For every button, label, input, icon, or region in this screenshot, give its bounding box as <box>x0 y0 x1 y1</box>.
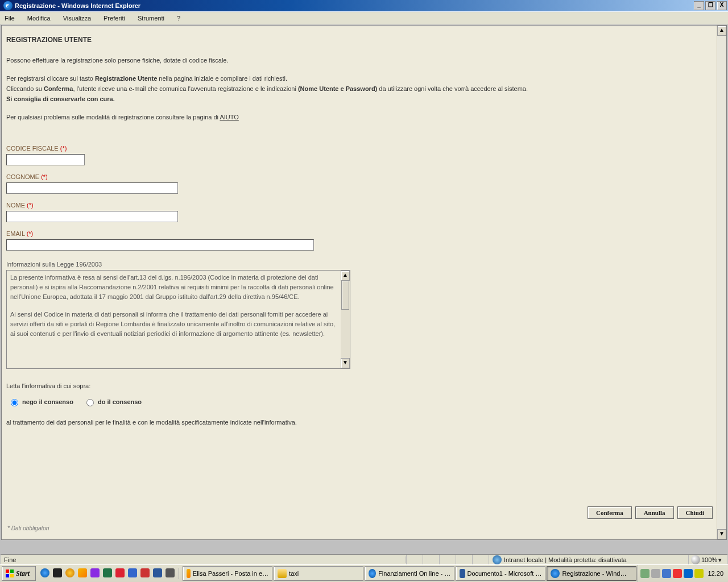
status-left: Fine <box>1 556 406 563</box>
taskbar-task[interactable]: Finanziamenti On line - … <box>365 566 454 581</box>
intro-line-help: Per qualsiasi problema sulle modalità di… <box>6 112 721 122</box>
windows-flag-icon <box>6 569 14 577</box>
menu-strumenti[interactable]: Strumenti <box>135 14 167 23</box>
page-viewport: ▲ ▼ REGISTRAZIONE UTENTE Possono effettu… <box>1 25 727 540</box>
taskbar-task[interactable]: Registrazione - Wind… <box>547 566 636 581</box>
scroll-up-icon[interactable]: ▲ <box>341 271 350 281</box>
scroll-down-icon[interactable]: ▼ <box>341 358 350 368</box>
ql-outlook-icon[interactable] <box>78 568 87 577</box>
ql-icon[interactable] <box>53 568 62 577</box>
ql-icon[interactable] <box>166 568 175 577</box>
tray-clock[interactable]: 12.20 <box>705 570 726 577</box>
task-icon <box>278 569 287 578</box>
codice-fiscale-input[interactable] <box>6 154 85 165</box>
task-icon <box>369 569 376 578</box>
footnote-required: * Dati obbligatori <box>7 525 49 531</box>
ql-icon[interactable] <box>65 568 75 577</box>
menubar: File Modifica Visualizza Preferiti Strum… <box>0 11 728 25</box>
tray-icon[interactable] <box>651 569 660 578</box>
label-cognome: COGNOME (*) <box>6 173 721 180</box>
label-nome: NOME (*) <box>6 202 721 209</box>
consent-below: al trattamento dei dati personali per le… <box>6 419 721 426</box>
menu-help[interactable]: ? <box>175 14 183 23</box>
nome-input[interactable] <box>6 211 178 222</box>
radio-nego-consenso[interactable] <box>11 399 18 406</box>
intro-line-1: Possono effettuare la registrazione solo… <box>6 55 721 65</box>
scroll-thumb[interactable] <box>341 280 349 310</box>
email-input[interactable] <box>6 239 314 251</box>
tray-icon[interactable] <box>684 569 693 578</box>
system-tray: 12.20 <box>638 565 728 582</box>
label-email: EMAIL (*) <box>6 230 721 237</box>
informativa-scrollbar[interactable]: ▲ ▼ <box>341 271 350 368</box>
window-maximize-button[interactable]: ❐ <box>705 1 715 10</box>
menu-modifica[interactable]: Modifica <box>25 14 53 23</box>
menu-preferiti[interactable]: Preferiti <box>101 14 127 23</box>
statusbar: Fine Intranet locale | Modalità protetta… <box>1 554 727 565</box>
ie-logo-icon <box>3 1 13 10</box>
help-link[interactable]: AIUTO <box>220 114 238 120</box>
tray-volume-icon[interactable] <box>694 569 704 578</box>
label-nego-consenso[interactable]: nego il consenso <box>22 398 73 405</box>
taskbar-task[interactable]: Elisa Passeri - Posta in e… <box>183 566 272 581</box>
menu-file[interactable]: File <box>2 14 17 23</box>
ql-ie-icon[interactable] <box>40 568 49 577</box>
tray-icon[interactable] <box>673 569 682 578</box>
taskbar-task[interactable]: Documento1 - Microsoft … <box>456 566 545 581</box>
annulla-button[interactable]: Annulla <box>635 506 674 519</box>
ql-icon[interactable] <box>140 568 150 577</box>
label-codice-fiscale: CODICE FISCALE (*) <box>6 145 721 152</box>
consent-row: nego il consenso do il consenso <box>6 398 721 406</box>
intro-line-2: Per registrarsi cliccare sul tasto Regis… <box>6 73 721 84</box>
start-button[interactable]: Start <box>2 566 36 581</box>
ql-word-icon[interactable] <box>153 568 162 577</box>
intro-line-3: Cliccando su Conferma, l'utente riceve u… <box>6 84 721 94</box>
ql-icon[interactable] <box>90 568 100 577</box>
zoom-icon <box>691 555 700 564</box>
cognome-input[interactable] <box>6 182 178 194</box>
status-zone: Intranet locale | Modalità protetta: dis… <box>504 556 627 563</box>
radio-do-consenso[interactable] <box>86 399 94 406</box>
window-minimize-button[interactable]: _ <box>694 1 704 10</box>
tray-icon[interactable] <box>662 569 671 578</box>
ql-icon[interactable] <box>115 568 125 577</box>
consent-intro: Letta l'informativa di cui sopra: <box>6 383 721 389</box>
chiudi-button[interactable]: Chiudi <box>677 506 713 519</box>
menu-visualizza[interactable]: Visualizza <box>61 14 93 23</box>
intro-text: Possono effettuare la registrazione solo… <box>6 55 721 122</box>
ql-excel-icon[interactable] <box>103 568 112 577</box>
ql-icon[interactable] <box>128 568 137 577</box>
tray-icon[interactable] <box>640 569 650 578</box>
conferma-button[interactable]: Conferma <box>588 506 632 519</box>
zoom-control[interactable]: 100% ▾ <box>688 555 727 564</box>
intro-line-4: Si consiglia di conservarle con cura. <box>6 94 721 104</box>
task-icon <box>551 569 560 578</box>
task-icon <box>187 569 191 578</box>
taskbar: Start Elisa Passeri - Posta in e…taxiFin… <box>0 564 728 582</box>
label-do-consenso[interactable]: do il consenso <box>98 398 142 405</box>
task-icon <box>460 569 465 578</box>
label-informativa: Informazioni sulla Legge 196/2003 <box>6 261 721 268</box>
quick-launch <box>38 568 179 579</box>
window-titlebar: Registrazione - Windows Internet Explore… <box>0 0 728 11</box>
informativa-box: La presente informativa è resa ai sensi … <box>6 270 350 369</box>
zone-icon <box>493 555 502 564</box>
window-title: Registrazione - Windows Internet Explore… <box>15 2 694 9</box>
page-title: REGISTRAZIONE UTENTE <box>6 36 721 44</box>
taskbar-task[interactable]: taxi <box>274 566 363 581</box>
informativa-text[interactable]: La presente informativa è resa ai sensi … <box>7 271 341 368</box>
window-close-button[interactable]: X <box>717 1 727 10</box>
